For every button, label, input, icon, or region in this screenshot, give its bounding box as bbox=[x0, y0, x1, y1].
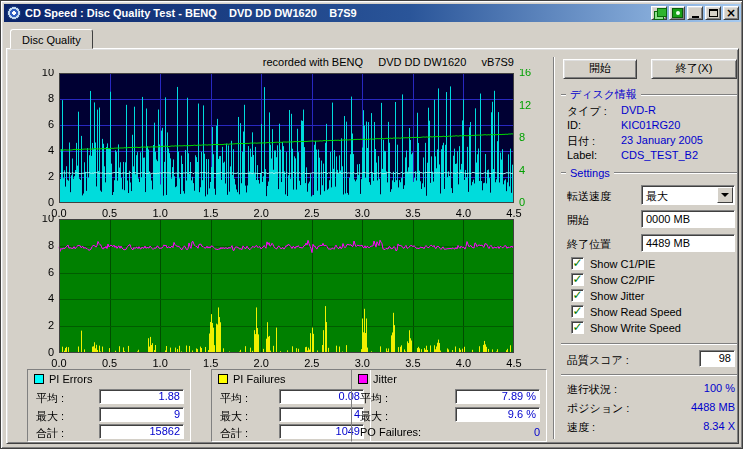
show-jitter-label: Show Jitter bbox=[590, 290, 644, 302]
minimize-button[interactable] bbox=[687, 6, 703, 20]
panel-separator bbox=[553, 57, 555, 439]
disc-type-value: DVD-R bbox=[621, 104, 656, 116]
disc-date-value: 23 January 2005 bbox=[621, 134, 703, 146]
pi-errors-swatch bbox=[34, 374, 44, 384]
start-position-value: 0000 MB bbox=[642, 211, 734, 227]
jitter-avg-label: 平均 : bbox=[360, 391, 388, 406]
minimize-icon bbox=[692, 16, 699, 18]
progress-value: 100 % bbox=[561, 382, 735, 394]
show-c2-pif-label: Show C2/PIF bbox=[590, 274, 655, 286]
quality-score-value: 98 bbox=[700, 351, 734, 366]
show-write-speed-label: Show Write Speed bbox=[590, 322, 681, 334]
header-rule bbox=[561, 172, 566, 174]
disc-info-header: ディスク情報 bbox=[561, 87, 737, 102]
pi-failures-swatch bbox=[218, 374, 228, 384]
speed-value: 8.34 X bbox=[561, 420, 735, 432]
pi-errors-total-value: 15862 bbox=[99, 424, 184, 439]
close-button[interactable]: × bbox=[723, 6, 739, 20]
tab-disc-quality[interactable]: Disc Quality bbox=[10, 29, 93, 49]
pi-errors-avg-value: 1.88 bbox=[99, 389, 184, 404]
pie-speed-chart-canvas bbox=[13, 69, 543, 219]
tool-button-a[interactable] bbox=[651, 6, 667, 20]
jitter-group: Jitter 平均 : 7.89 % 最大 : 9.6 % PO Failure… bbox=[351, 369, 547, 442]
settings-header-label: Settings bbox=[570, 167, 610, 179]
show-c2-pif-checkbox[interactable] bbox=[571, 273, 584, 286]
chart-header: recorded with BENQ DVD DD DW1620 vB7S9 bbox=[59, 56, 514, 68]
titlebar[interactable]: CD Speed : Disc Quality Test - BENQ DVD … bbox=[4, 4, 741, 22]
window-title: CD Speed : Disc Quality Test - BENQ DVD … bbox=[25, 7, 649, 19]
disc-info-header-label: ディスク情報 bbox=[570, 87, 637, 102]
pif-jitter-chart-canvas bbox=[13, 215, 543, 371]
chevron-down-icon[interactable] bbox=[717, 187, 733, 203]
start-button[interactable]: 開始 bbox=[563, 59, 637, 79]
pi-errors-total-label: 合計 : bbox=[36, 426, 64, 441]
jitter-max-label: 最大 : bbox=[360, 409, 388, 424]
show-read-speed-label: Show Read Speed bbox=[590, 306, 682, 318]
po-failures-label: PO Failures: bbox=[360, 426, 421, 438]
header-rule bbox=[641, 94, 737, 96]
app-icon bbox=[7, 6, 21, 20]
pi-failures-total-label: 合計 : bbox=[220, 426, 248, 441]
pi-errors-max-label: 最大 : bbox=[36, 409, 64, 424]
quality-score-label: 品質スコア : bbox=[567, 353, 629, 368]
disc-id-value: KIC01RG20 bbox=[621, 119, 680, 131]
pi-errors-title: PI Errors bbox=[49, 373, 92, 385]
pi-failures-max-label: 最大 : bbox=[220, 409, 248, 424]
disc-tool-icon bbox=[672, 8, 683, 18]
pi-failures-group: PI Failures 平均 : 0.08 最大 : 4 合計 : 1049 bbox=[211, 369, 371, 442]
separator bbox=[561, 343, 737, 345]
end-position-value: 4489 MB bbox=[642, 235, 734, 251]
pi-errors-avg-label: 平均 : bbox=[36, 391, 64, 406]
transfer-speed-value: 最大 bbox=[646, 189, 668, 204]
disc-id-label: ID: bbox=[567, 119, 581, 131]
header-rule bbox=[561, 94, 566, 96]
show-c1-pie-label: Show C1/PIE bbox=[590, 258, 655, 270]
disc-date-label: 日付 : bbox=[567, 134, 595, 149]
disc-label-label: Label: bbox=[567, 149, 597, 161]
maximize-icon bbox=[709, 9, 718, 17]
start-position-field[interactable]: 0000 MB bbox=[641, 210, 735, 228]
maximize-button[interactable] bbox=[705, 6, 721, 20]
show-jitter-checkbox[interactable] bbox=[571, 289, 584, 302]
end-position-label: 終了位置 bbox=[567, 237, 611, 252]
show-c1-pie-checkbox[interactable] bbox=[571, 257, 584, 270]
position-value: 4488 MB bbox=[561, 401, 735, 413]
transfer-speed-label: 転送速度 bbox=[567, 189, 611, 204]
app-window: CD Speed : Disc Quality Test - BENQ DVD … bbox=[0, 0, 743, 449]
overlap-sheets-icon bbox=[654, 8, 665, 18]
disc-label-value: CDS_TEST_B2 bbox=[621, 149, 698, 161]
pi-errors-max-value: 9 bbox=[99, 407, 184, 422]
exit-button[interactable]: 終了(X) bbox=[651, 59, 737, 79]
close-icon: × bbox=[726, 8, 736, 18]
start-position-label: 開始 bbox=[567, 213, 589, 228]
show-write-speed-checkbox[interactable] bbox=[571, 321, 584, 334]
show-read-speed-checkbox[interactable] bbox=[571, 305, 584, 318]
settings-header: Settings bbox=[561, 167, 737, 179]
jitter-max-value: 9.6 % bbox=[455, 407, 540, 422]
separator bbox=[561, 374, 737, 376]
jitter-avg-value: 7.89 % bbox=[455, 389, 540, 404]
pi-failures-title: PI Failures bbox=[233, 373, 286, 385]
quality-score-box: 98 bbox=[699, 350, 735, 367]
po-failures-value: 0 bbox=[455, 426, 540, 438]
pi-failures-avg-label: 平均 : bbox=[220, 391, 248, 406]
transfer-speed-select[interactable]: 最大 bbox=[641, 185, 735, 205]
header-rule bbox=[614, 172, 737, 174]
end-position-field[interactable]: 4489 MB bbox=[641, 234, 735, 252]
jitter-title: Jitter bbox=[373, 373, 397, 385]
pi-errors-group: PI Errors 平均 : 1.88 最大 : 9 合計 : 15862 bbox=[27, 369, 191, 442]
jitter-swatch bbox=[358, 374, 368, 384]
tool-button-b[interactable] bbox=[669, 6, 685, 20]
disc-type-label: タイプ : bbox=[567, 104, 607, 119]
